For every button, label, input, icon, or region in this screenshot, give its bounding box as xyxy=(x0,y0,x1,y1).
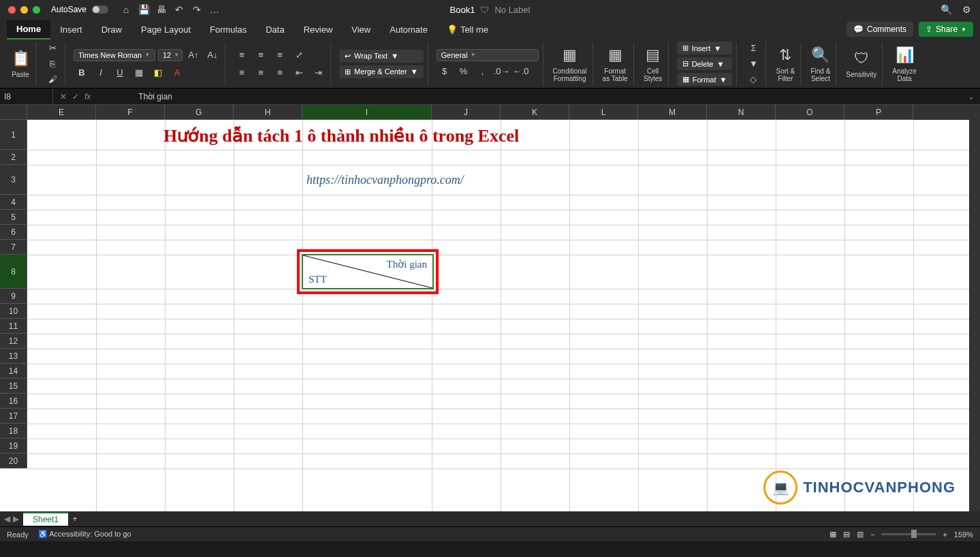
comma-icon[interactable]: , xyxy=(475,64,491,79)
format-painter-icon[interactable]: 🖌 xyxy=(44,73,61,86)
fill-icon[interactable]: ▼ xyxy=(745,57,761,70)
col-header[interactable]: N xyxy=(707,105,776,120)
font-size-combo[interactable]: 12▼ xyxy=(158,49,183,61)
col-header[interactable]: M xyxy=(638,105,707,120)
orientation-icon[interactable]: ⤢ xyxy=(291,48,307,63)
decrease-decimal-icon[interactable]: ←.0 xyxy=(513,64,529,79)
clear-icon[interactable]: ◇ xyxy=(745,73,761,86)
border-button[interactable]: ▦ xyxy=(131,65,147,80)
row-header[interactable]: 4 xyxy=(0,195,27,210)
find-select-button[interactable]: 🔍Find & Select xyxy=(805,42,836,86)
increase-font-icon[interactable]: A↑ xyxy=(185,48,202,63)
zoom-level[interactable]: 159% xyxy=(954,530,973,539)
align-center-icon[interactable]: ≡ xyxy=(253,65,269,80)
row-header[interactable]: 19 xyxy=(0,439,27,453)
cut-icon[interactable]: ✂ xyxy=(44,42,61,55)
title-cell[interactable]: Hướng dẫn tách 1 ô thành nhiều ô trong E… xyxy=(163,125,519,146)
sort-filter-button[interactable]: ⇅Sort & Filter xyxy=(770,42,801,86)
currency-icon[interactable]: $ xyxy=(437,64,453,79)
row-header-selected[interactable]: 8 xyxy=(0,255,27,289)
format-as-table-button[interactable]: ▦Format as Table xyxy=(597,42,634,86)
row-header[interactable]: 16 xyxy=(0,394,27,409)
url-cell[interactable]: https://tinhocvanphongpro.com/ xyxy=(306,173,464,187)
row-header[interactable]: 1 xyxy=(0,120,27,150)
tab-insert[interactable]: Insert xyxy=(50,20,92,39)
maximize-window-icon[interactable] xyxy=(33,6,40,14)
row-header[interactable]: 11 xyxy=(0,319,27,334)
tab-page-layout[interactable]: Page Layout xyxy=(131,20,200,39)
row-header[interactable]: 5 xyxy=(0,210,27,225)
row-header[interactable]: 3 xyxy=(0,165,27,195)
cell-styles-button[interactable]: ▤Cell Styles xyxy=(638,42,669,86)
sheet-tab[interactable]: Sheet1 xyxy=(23,512,68,526)
zoom-in-button[interactable]: + xyxy=(943,530,947,539)
delete-cells-button[interactable]: ⊟Delete▼ xyxy=(677,57,733,70)
decrease-indent-icon[interactable]: ⇤ xyxy=(291,65,307,80)
more-icon[interactable]: … xyxy=(209,4,220,15)
view-page-break-icon[interactable]: ▥ xyxy=(857,530,864,539)
copy-icon[interactable]: ⎘ xyxy=(44,57,61,70)
italic-button[interactable]: I xyxy=(93,65,109,80)
settings-icon[interactable]: ⚙ xyxy=(961,4,972,15)
col-header[interactable]: L xyxy=(569,105,638,120)
autosave-toggle[interactable] xyxy=(92,5,108,14)
sensitivity-button[interactable]: 🛡Sensitivity xyxy=(840,42,883,86)
select-all-corner[interactable] xyxy=(0,105,27,120)
accessibility-status[interactable]: ♿ Accessibility: Good to go xyxy=(38,530,131,539)
undo-icon[interactable]: ↶ xyxy=(174,4,185,15)
decrease-font-icon[interactable]: A↓ xyxy=(204,48,221,63)
search-icon[interactable]: 🔍 xyxy=(941,4,951,15)
tab-view[interactable]: View xyxy=(342,20,380,39)
row-header[interactable]: 20 xyxy=(0,453,27,468)
align-left-icon[interactable]: ≡ xyxy=(234,65,250,80)
row-header[interactable]: 15 xyxy=(0,379,27,394)
view-page-layout-icon[interactable]: ▤ xyxy=(843,530,850,539)
tab-review[interactable]: Review xyxy=(294,20,343,39)
insert-cells-button[interactable]: ⊞Insert▼ xyxy=(677,42,733,54)
zoom-slider[interactable] xyxy=(881,533,936,535)
tab-automate[interactable]: Automate xyxy=(380,20,437,39)
autosum-icon[interactable]: Σ xyxy=(745,42,761,55)
comments-button[interactable]: 💬Comments xyxy=(847,22,913,37)
row-header[interactable]: 12 xyxy=(0,334,27,349)
tab-tell-me[interactable]: 💡Tell me xyxy=(437,20,498,39)
align-right-icon[interactable]: ≡ xyxy=(272,65,288,80)
row-header[interactable]: 10 xyxy=(0,304,27,319)
enter-formula-icon[interactable]: ✓ xyxy=(72,92,79,101)
percent-icon[interactable]: % xyxy=(456,64,472,79)
home-icon[interactable]: ⌂ xyxy=(121,4,131,15)
increase-indent-icon[interactable]: ⇥ xyxy=(310,65,326,80)
row-header[interactable]: 17 xyxy=(0,409,27,424)
col-header[interactable]: P xyxy=(844,105,913,120)
number-format-combo[interactable]: General▼ xyxy=(437,49,539,61)
redo-icon[interactable]: ↷ xyxy=(191,4,202,15)
increase-decimal-icon[interactable]: .0→ xyxy=(494,64,510,79)
row-header[interactable]: 18 xyxy=(0,424,27,439)
cells-area[interactable]: Hướng dẫn tách 1 ô thành nhiều ô trong E… xyxy=(27,120,969,511)
row-header[interactable]: 14 xyxy=(0,364,27,379)
row-header[interactable]: 9 xyxy=(0,289,27,304)
font-color-button[interactable]: A xyxy=(169,65,185,80)
align-bottom-icon[interactable]: ≡ xyxy=(272,48,288,63)
formula-input[interactable]: Thời gian xyxy=(97,92,962,101)
tab-data[interactable]: Data xyxy=(256,20,294,39)
font-name-combo[interactable]: Times New Roman▼ xyxy=(74,49,155,61)
name-box[interactable]: I8 xyxy=(0,89,53,104)
save-icon[interactable]: 💾 xyxy=(138,4,149,15)
align-top-icon[interactable]: ≡ xyxy=(234,48,250,63)
view-normal-icon[interactable]: ▦ xyxy=(829,530,836,539)
tab-draw[interactable]: Draw xyxy=(92,20,131,39)
col-header[interactable]: J xyxy=(432,105,501,120)
close-window-icon[interactable] xyxy=(8,6,16,14)
row-header[interactable]: 6 xyxy=(0,225,27,240)
merge-center-button[interactable]: ⊞Merge & Center▼ xyxy=(339,65,424,78)
col-header[interactable]: O xyxy=(776,105,844,120)
col-header[interactable]: G xyxy=(165,105,234,120)
print-icon[interactable]: 🖶 xyxy=(156,4,167,15)
sheet-nav-prev-icon[interactable]: ◀ xyxy=(4,514,10,524)
row-header[interactable]: 13 xyxy=(0,349,27,364)
add-sheet-button[interactable]: + xyxy=(68,514,82,524)
fx-icon[interactable]: fx xyxy=(84,92,91,101)
tab-formulas[interactable]: Formulas xyxy=(200,20,256,39)
cancel-formula-icon[interactable]: ✕ xyxy=(60,92,67,101)
